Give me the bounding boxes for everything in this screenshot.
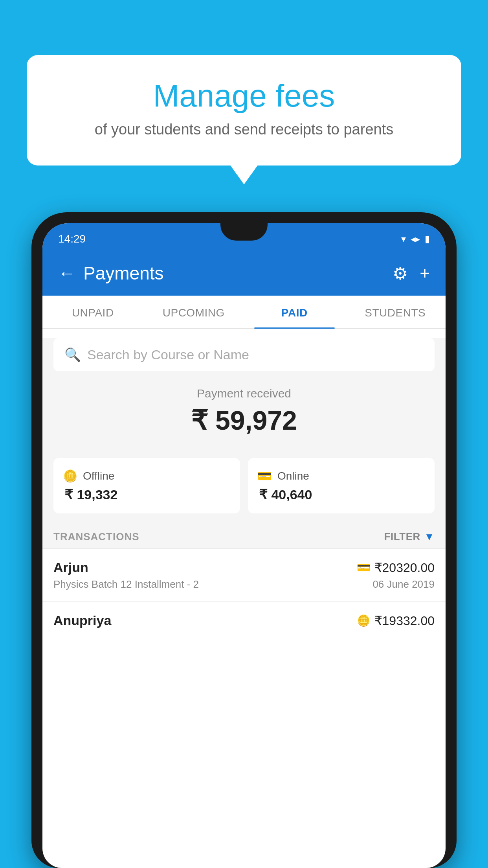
tabs-container: UNPAID UPCOMING PAID STUDENTS (42, 296, 446, 329)
online-icon: 💳 (257, 469, 272, 483)
total-payment-amount: ₹ 59,972 (53, 405, 435, 436)
phone-screen: 14:29 ▾ ◂▸ ▮ ← Payments ⚙ + (42, 223, 446, 868)
status-icons: ▾ ◂▸ ▮ (401, 234, 430, 245)
online-card-header: 💳 Online (257, 469, 425, 483)
transaction-bottom: Physics Batch 12 Installment - 2 06 June… (53, 578, 435, 590)
search-icon: 🔍 (64, 347, 81, 362)
filter-label: FILTER (384, 531, 420, 543)
transaction-name: Anupriya (53, 613, 111, 628)
search-placeholder: Search by Course or Name (87, 347, 249, 362)
transaction-course: Physics Batch 12 Installment - 2 (53, 578, 199, 590)
online-payment-card: 💳 Online ₹ 40,640 (248, 458, 435, 513)
table-row[interactable]: Anupriya 🪙 ₹19332.00 (42, 601, 446, 642)
online-label: Online (277, 470, 309, 482)
transaction-date: 06 June 2019 (372, 578, 435, 590)
wifi-icon: ▾ (401, 234, 406, 245)
header-left: ← Payments (58, 263, 164, 284)
app-header: ← Payments ⚙ + (42, 255, 446, 296)
tab-unpaid[interactable]: UNPAID (42, 296, 143, 328)
notch (220, 223, 268, 241)
transaction-top: Arjun 💳 ₹20320.00 (53, 560, 435, 575)
back-button[interactable]: ← (58, 263, 75, 283)
transaction-amount: ₹20320.00 (374, 560, 435, 575)
online-amount: ₹ 40,640 (257, 487, 425, 502)
status-bar: 14:29 ▾ ◂▸ ▮ (42, 223, 446, 255)
signal-icon: ◂▸ (411, 234, 420, 245)
transaction-top: Anupriya 🪙 ₹19332.00 (53, 613, 435, 628)
filter-button[interactable]: FILTER ▼ (384, 531, 435, 543)
search-bar[interactable]: 🔍 Search by Course or Name (53, 338, 435, 371)
tab-paid[interactable]: PAID (244, 296, 345, 328)
payment-cards: 🪙 Offline ₹ 19,332 💳 Online ₹ 40,640 (42, 458, 446, 523)
offline-card-header: 🪙 Offline (63, 469, 231, 483)
offline-label: Offline (83, 470, 114, 482)
header-right: ⚙ + (393, 263, 430, 283)
payment-received-label: Payment received (53, 387, 435, 400)
credit-card-icon: 💳 (357, 561, 371, 574)
offline-amount: ₹ 19,332 (63, 487, 231, 502)
transaction-amount-wrapper: 🪙 ₹19332.00 (357, 613, 435, 628)
phone-frame: 14:29 ▾ ◂▸ ▮ ← Payments ⚙ + (31, 212, 457, 868)
content-area: 🔍 Search by Course or Name Payment recei… (42, 338, 446, 642)
settings-icon[interactable]: ⚙ (393, 263, 408, 283)
add-icon[interactable]: + (420, 263, 430, 283)
bubble-subtitle: of your students and send receipts to pa… (46, 121, 442, 138)
table-row[interactable]: Arjun 💳 ₹20320.00 Physics Batch 12 Insta… (42, 548, 446, 601)
speech-bubble: Manage fees of your students and send re… (27, 55, 461, 166)
transaction-amount: ₹19332.00 (374, 613, 435, 628)
tab-students[interactable]: STUDENTS (345, 296, 446, 328)
transactions-header: TRANSACTIONS FILTER ▼ (42, 523, 446, 548)
offline-payment-card: 🪙 Offline ₹ 19,332 (53, 458, 240, 513)
filter-icon: ▼ (424, 531, 435, 543)
transactions-label: TRANSACTIONS (53, 531, 139, 543)
phone-container: 14:29 ▾ ◂▸ ▮ ← Payments ⚙ + (31, 212, 457, 868)
transaction-amount-wrapper: 💳 ₹20320.00 (357, 560, 435, 575)
speech-bubble-container: Manage fees of your students and send re… (27, 55, 461, 166)
status-time: 14:29 (58, 233, 86, 245)
transaction-name: Arjun (53, 560, 88, 575)
page-title: Payments (83, 263, 164, 284)
payment-summary: Payment received ₹ 59,972 (42, 371, 446, 458)
bubble-title: Manage fees (46, 79, 442, 113)
cash-icon: 🪙 (357, 614, 371, 627)
tab-upcoming[interactable]: UPCOMING (143, 296, 244, 328)
offline-icon: 🪙 (63, 469, 77, 483)
battery-icon: ▮ (425, 234, 430, 245)
